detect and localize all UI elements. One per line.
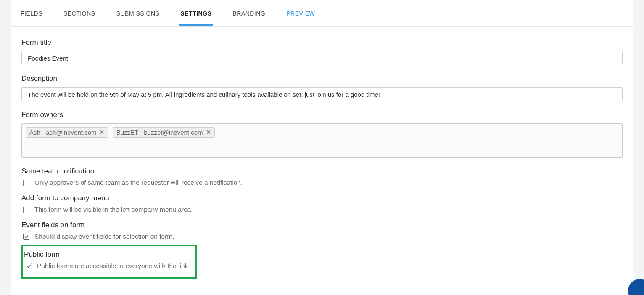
same-team-checkbox[interactable]: [23, 180, 29, 186]
public-form-title: Public form: [24, 250, 193, 259]
event-fields-checkbox[interactable]: [23, 234, 29, 240]
form-owners-label: Form owners: [21, 111, 623, 119]
same-team-text: Only approvers of same team as the reque…: [34, 179, 243, 186]
tabs-bar: FIELDS SECTIONS SUBMISSIONS SETTINGS BRA…: [11, 0, 633, 27]
tab-fields[interactable]: FIELDS: [21, 1, 42, 25]
owner-tag: BuzzET - buzzet@inevent.com ✕: [113, 127, 215, 138]
tab-sections[interactable]: SECTIONS: [63, 1, 95, 25]
form-title-input[interactable]: [21, 51, 623, 65]
event-fields-title: Event fields on form: [21, 221, 623, 229]
description-input[interactable]: [21, 87, 623, 101]
owner-tag-text: Ash - ash@inevent.com: [29, 129, 96, 136]
same-team-title: Same team notification: [21, 167, 623, 175]
tab-submissions[interactable]: SUBMISSIONS: [116, 1, 160, 25]
add-menu-title: Add form to company menu: [21, 194, 623, 202]
event-fields-text: Should display event fields for selectio…: [34, 233, 174, 240]
remove-owner-icon[interactable]: ✕: [206, 129, 211, 136]
add-menu-text: This form will be visible in the left co…: [34, 206, 193, 213]
tab-settings[interactable]: SETTINGS: [180, 1, 211, 25]
public-form-checkbox[interactable]: [26, 263, 32, 269]
form-title-label: Form title: [21, 38, 623, 47]
owner-tag: Ash - ash@inevent.com ✕: [26, 127, 108, 138]
public-form-text: Public forms are accessible to everyone …: [37, 262, 190, 270]
form-owners-box[interactable]: Ash - ash@inevent.com ✕ BuzzET - buzzet@…: [21, 123, 623, 158]
tab-branding[interactable]: BRANDING: [232, 1, 265, 25]
tab-preview[interactable]: PREVIEW: [286, 1, 315, 25]
public-form-highlight: Public form Public forms are accessible …: [21, 245, 197, 279]
description-label: Description: [21, 74, 623, 83]
remove-owner-icon[interactable]: ✕: [100, 129, 104, 136]
add-menu-checkbox[interactable]: [23, 207, 29, 213]
owner-tag-text: BuzzET - buzzet@inevent.com: [116, 129, 203, 136]
